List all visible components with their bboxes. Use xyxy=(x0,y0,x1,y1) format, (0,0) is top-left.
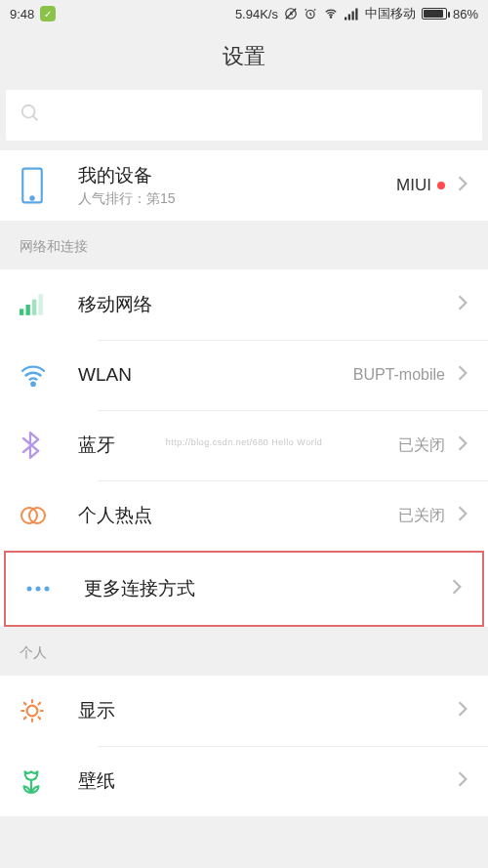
svg-line-30 xyxy=(39,703,41,705)
chevron-right-icon xyxy=(451,578,463,600)
signal-icon xyxy=(345,8,359,21)
row-title: WLAN xyxy=(78,364,353,386)
chevron-right-icon xyxy=(457,700,468,723)
svg-rect-5 xyxy=(348,14,350,20)
row-mobile-network[interactable]: 移动网络 xyxy=(0,269,488,340)
wifi-icon xyxy=(20,363,78,387)
row-wallpaper[interactable]: 壁纸 xyxy=(0,746,488,816)
chevron-right-icon xyxy=(457,505,468,527)
chevron-right-icon xyxy=(457,175,468,197)
row-value: BUPT-mobile xyxy=(353,366,445,384)
row-sub: 人气排行：第15 xyxy=(78,190,396,208)
svg-rect-12 xyxy=(20,309,23,315)
row-title: 个人热点 xyxy=(78,503,398,528)
wifi-icon xyxy=(323,7,339,21)
battery-icon xyxy=(422,8,447,20)
row-display[interactable]: 显示 xyxy=(0,676,488,746)
svg-point-3 xyxy=(330,17,331,18)
phone-icon xyxy=(20,166,78,205)
section-title-network: 网络和连接 xyxy=(0,221,488,269)
status-time: 9:48 xyxy=(10,7,34,21)
svg-point-16 xyxy=(31,383,35,387)
section-title-personal: 个人 xyxy=(0,627,488,676)
svg-point-21 xyxy=(45,587,50,592)
app-indicator-icon: ✓ xyxy=(40,6,56,21)
status-bar: 9:48 ✓ 5.94K/s 中国移动 86% xyxy=(0,0,488,27)
row-title: 壁纸 xyxy=(78,768,457,794)
svg-rect-15 xyxy=(39,294,43,315)
row-bluetooth[interactable]: 蓝牙 已关闭 xyxy=(0,410,488,480)
update-dot-icon xyxy=(437,182,445,189)
chevron-right-icon xyxy=(457,770,468,793)
svg-point-8 xyxy=(22,104,35,117)
row-wlan[interactable]: WLAN BUPT-mobile xyxy=(0,340,488,410)
row-more-connections[interactable]: 更多连接方式 xyxy=(6,553,482,625)
svg-point-11 xyxy=(30,196,33,199)
more-icon xyxy=(25,584,84,594)
page-title: 设置 xyxy=(0,27,488,86)
group-network: 移动网络 WLAN BUPT-mobile 蓝牙 已关闭 个人热点 已关闭 更多… xyxy=(0,269,488,627)
row-title: 移动网络 xyxy=(78,292,457,317)
row-title: 更多连接方式 xyxy=(84,576,451,601)
row-my-device[interactable]: 我的设备 人气排行：第15 MIUI xyxy=(0,150,488,221)
row-title: 显示 xyxy=(78,698,457,723)
status-carrier: 中国移动 xyxy=(365,5,416,22)
chevron-right-icon xyxy=(457,294,468,316)
chevron-right-icon xyxy=(457,434,468,457)
svg-line-28 xyxy=(39,718,41,720)
group-device: 我的设备 人气排行：第15 MIUI xyxy=(0,150,488,221)
cellular-icon xyxy=(20,293,78,316)
row-title: 蓝牙 xyxy=(78,433,398,458)
alarm-icon xyxy=(304,7,317,21)
search-input[interactable] xyxy=(6,90,482,141)
bluetooth-icon xyxy=(20,432,78,459)
row-hotspot[interactable]: 个人热点 已关闭 xyxy=(0,480,488,551)
chevron-right-icon xyxy=(457,364,468,387)
brightness-icon xyxy=(20,698,78,723)
svg-rect-7 xyxy=(355,8,357,20)
row-title: 我的设备 xyxy=(78,163,396,188)
group-personal: 显示 壁纸 xyxy=(0,676,488,816)
svg-rect-6 xyxy=(351,11,353,20)
dnd-icon xyxy=(284,7,298,21)
row-value: 已关闭 xyxy=(398,506,445,526)
hotspot-icon xyxy=(20,505,78,526)
svg-line-27 xyxy=(24,703,26,705)
tulip-icon xyxy=(20,767,78,795)
search-icon xyxy=(20,103,41,129)
svg-point-22 xyxy=(27,706,38,717)
row-value: MIUI xyxy=(396,176,445,195)
highlight-annotation: 更多连接方式 xyxy=(4,551,484,627)
svg-point-19 xyxy=(27,587,32,592)
search-wrap xyxy=(0,86,488,150)
svg-rect-4 xyxy=(345,17,346,20)
svg-line-9 xyxy=(33,115,38,120)
status-battery: 86% xyxy=(453,7,478,21)
svg-line-29 xyxy=(24,718,26,720)
row-value: 已关闭 xyxy=(398,435,445,456)
svg-rect-14 xyxy=(32,300,36,315)
svg-point-20 xyxy=(36,587,41,592)
svg-rect-13 xyxy=(26,305,30,315)
status-net-speed: 5.94K/s xyxy=(235,7,278,21)
